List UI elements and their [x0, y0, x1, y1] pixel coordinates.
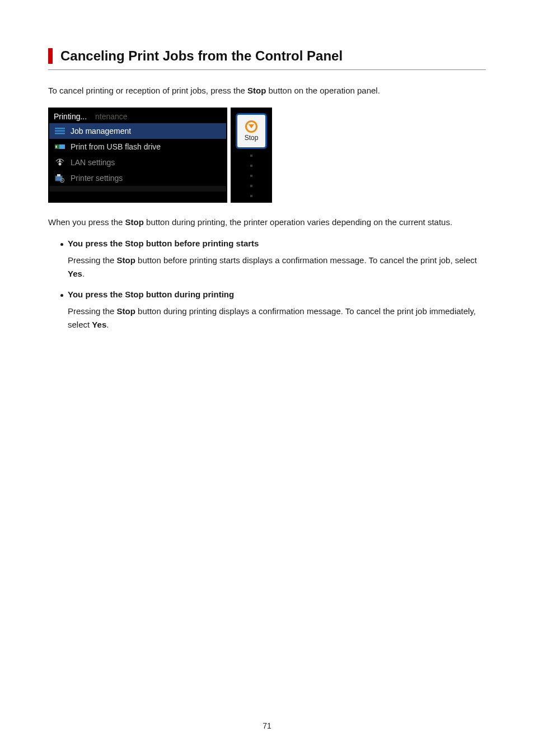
intro-bold: Stop — [247, 86, 266, 95]
list-icon — [55, 127, 65, 136]
bb-b2: Yes — [92, 320, 106, 329]
bb-pre: Pressing the — [68, 255, 117, 265]
screen-footer — [49, 186, 226, 192]
bullet-body: Pressing the Stop button before printing… — [68, 254, 486, 281]
bb-post: . — [106, 320, 109, 329]
svg-rect-1 — [55, 130, 65, 132]
panel-dots — [250, 155, 252, 197]
stop-icon — [245, 120, 257, 133]
bullet-heading: You press the Stop button during printin… — [60, 290, 486, 299]
bullet-heading: You press the Stop button before printin… — [60, 239, 486, 248]
intro-text: To cancel printing or reception of print… — [48, 85, 486, 97]
screen-ghost-text: ntenance — [95, 112, 128, 121]
screen-status-text: Printing... — [54, 112, 87, 121]
bullet-body: Pressing the Stop button during printing… — [68, 305, 486, 332]
stop-button-label: Stop — [245, 134, 259, 142]
title-underline — [48, 69, 486, 70]
bullet-dot-icon — [60, 294, 63, 297]
svg-rect-0 — [55, 128, 65, 129]
svg-rect-8 — [57, 174, 60, 176]
stop-button[interactable]: Stop — [236, 113, 267, 149]
menu-item-label: Job management — [71, 127, 131, 136]
menu-item-lan[interactable]: LAN settings — [49, 155, 226, 170]
svg-rect-5 — [56, 146, 57, 148]
svg-rect-3 — [55, 144, 59, 149]
printer-screen: ntenance Printing... Job management — [48, 108, 227, 203]
bullet-list: You press the Stop button before printin… — [60, 239, 486, 332]
menu-item-label: LAN settings — [71, 158, 115, 167]
menu-list: Job management Print from USB flash driv… — [49, 123, 226, 186]
intro-post: button on the operation panel. — [266, 86, 380, 95]
printer-panel-figure: ntenance Printing... Job management — [48, 108, 272, 203]
bb-b1: Stop — [117, 306, 135, 316]
page-root: Canceling Print Jobs from the Control Pa… — [0, 0, 534, 756]
bb-post: . — [82, 269, 85, 278]
bb-b2: Yes — [68, 269, 82, 278]
menu-item-label: Printer settings — [71, 174, 123, 183]
p2-bold: Stop — [125, 217, 144, 227]
bb-b1: Stop — [117, 255, 135, 265]
svg-point-6 — [59, 162, 62, 165]
intro-pre: To cancel printing or reception of print… — [48, 86, 247, 95]
page-title: Canceling Print Jobs from the Control Pa… — [60, 48, 486, 64]
menu-item-label: Print from USB flash drive — [71, 142, 161, 151]
bullet-dot-icon — [60, 243, 63, 246]
page-number: 71 — [0, 721, 534, 730]
bullet-1: You press the Stop button before printin… — [60, 239, 486, 281]
bullet-heading-text: You press the Stop button before printin… — [68, 239, 259, 248]
bb-pre: Pressing the — [68, 306, 117, 316]
lan-icon — [55, 158, 65, 167]
p2-pre: When you press the — [48, 217, 125, 227]
svg-point-10 — [62, 179, 63, 180]
title-row: Canceling Print Jobs from the Control Pa… — [48, 48, 486, 64]
menu-item-job-management[interactable]: Job management — [49, 123, 226, 139]
paragraph-2: When you press the Stop button during pr… — [48, 216, 486, 229]
stop-column: Stop — [231, 108, 272, 203]
screen-header: ntenance Printing... — [49, 109, 226, 123]
menu-item-usb[interactable]: Print from USB flash drive — [49, 139, 226, 155]
p2-post: button during printing, the printer oper… — [144, 217, 452, 227]
svg-rect-4 — [59, 144, 65, 149]
bullet-heading-text: You press the Stop button during printin… — [68, 290, 234, 299]
printer-settings-icon — [55, 174, 65, 183]
menu-item-printer[interactable]: Printer settings — [49, 170, 226, 186]
usb-icon — [55, 142, 65, 151]
bb-mid: button before printing starts displays a… — [135, 255, 477, 265]
svg-rect-2 — [55, 133, 65, 134]
bullet-2: You press the Stop button during printin… — [60, 290, 486, 332]
